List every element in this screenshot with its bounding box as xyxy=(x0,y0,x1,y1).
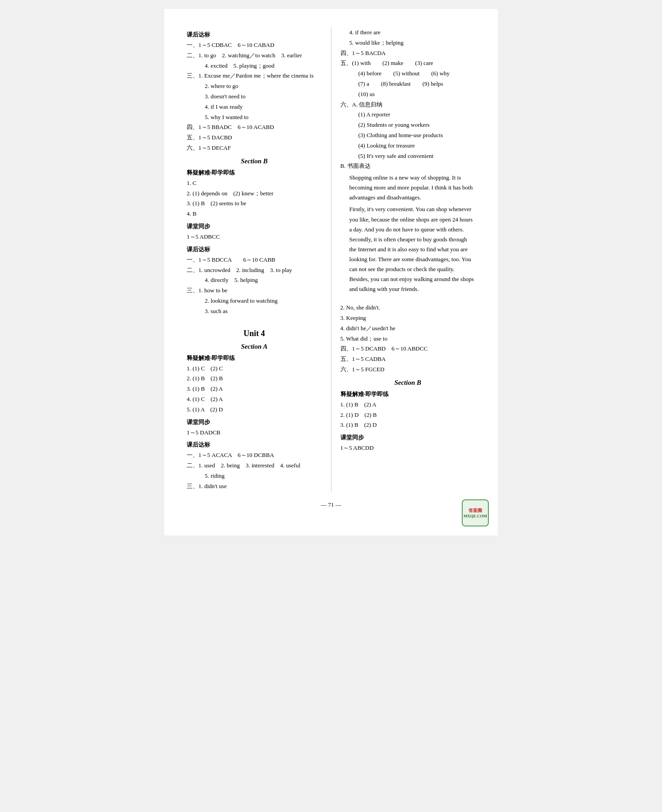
page-number: — 71 — xyxy=(187,501,475,508)
line-r2-l1: 2. No, she didn't. xyxy=(340,303,476,313)
line-b1-l6: 六、1～5 DECAF xyxy=(187,143,322,153)
unit4-header: Unit 4 xyxy=(187,329,322,338)
line-r2-l5: 四、1～5 DCABD 6～10 ABDCC xyxy=(340,344,476,354)
line-b6-l1: 1～5 DADCB xyxy=(187,428,322,438)
essay-paragraph1: Shopping online is a new way of shopping… xyxy=(349,173,476,203)
line-r1-l5a: (1) A reporter xyxy=(359,110,476,120)
line-r1-l1: 4. if there are xyxy=(349,28,476,37)
line-b4-l3b: 2. looking forward to watching xyxy=(205,296,322,306)
block-title-kehoudabiao: 课后达标 xyxy=(187,31,322,39)
watermark-line1: 答案圈 xyxy=(469,508,482,514)
line-b4-l3a: 三、1. how to be xyxy=(187,286,322,295)
line-r2-l4: 5. What did；use to xyxy=(340,334,476,344)
line-r1-l5b: (2) Students or young workers xyxy=(359,120,476,130)
line-r3-l1: 1. (1) B (2) A xyxy=(340,400,476,410)
line-b5-l3: 3. (1) B (2) A xyxy=(187,384,322,394)
block-title-shiyijienan3: 释疑解难·即学即练 xyxy=(340,390,476,398)
line-r2-l3: 4. didn't he／usedn't he xyxy=(340,324,476,333)
line-r1-l4a: 五、(1) with (2) make (3) care xyxy=(340,59,476,68)
line-b3-l1: 1～5 ADBCC xyxy=(187,232,322,242)
line-b4-l2b: 4. directly 5. helping xyxy=(205,276,322,285)
line-r1-l5e: (5) It's very safe and convenient xyxy=(359,152,476,161)
line-b1-l2a: 二、1. to go 2. watching／to watch 3. earli… xyxy=(187,51,322,60)
block-title-ketangtongbu1: 课堂同步 xyxy=(187,222,322,231)
line-b1-l3a: 三、1. Excuse me／Pardon me；where the cinem… xyxy=(187,71,322,81)
line-b5-l4: 4. (1) C (2) A xyxy=(187,395,322,404)
line-b7-l1: 一、1～5 ACACA 6～10 DCBBA xyxy=(187,451,322,460)
line-r1-l4d: (10) us xyxy=(359,90,476,99)
two-column-layout: 课后达标 一、1～5 CDBAC 6～10 CABAD 二、1. to go 2… xyxy=(187,27,475,492)
watermark: 答案圈 MXQE.COM xyxy=(462,499,489,526)
line-b2-l2: 2. (1) depends on (2) knew；better xyxy=(187,189,322,198)
line-b1-l1: 一、1～5 CDBAC 6～10 CABAD xyxy=(187,41,322,50)
line-b1-l3b: 2. where to go xyxy=(205,82,322,91)
line-r1-l4b: (4) before (5) without (6) why xyxy=(359,69,476,78)
line-b1-l3d: 4. if I was ready xyxy=(205,102,322,112)
line-r1-l2: 5. would like；helping xyxy=(349,38,476,48)
left-column: 课后达标 一、1～5 CDBAC 6～10 CABAD 二、1. to go 2… xyxy=(187,27,331,492)
line-r3-l4: 1～5 ABCDD xyxy=(340,443,476,453)
line-b1-l2b: 4. excited 5. playing；good xyxy=(205,61,322,71)
line-r1-l4c: (7) a (8) breakfast (9) helps xyxy=(359,79,476,89)
line-b2-l3: 3. (1) B (2) seems to be xyxy=(187,199,322,208)
line-b4-l1: 一、1～5 BDCCA 6～10 CABB xyxy=(187,255,322,265)
block-title-shiyijienan: 释疑解难·即学即练 xyxy=(187,169,322,177)
line-b4-l2a: 二、1. uncrowded 2. including 3. to play xyxy=(187,266,322,275)
section-b-title-left: Section B xyxy=(187,157,322,165)
line-r3-l2: 2. (1) D (2) B xyxy=(340,411,476,420)
line-b2-l1: 1. C xyxy=(187,179,322,188)
line-b7-l2a: 二、1. used 2. being 3. interested 4. usef… xyxy=(187,461,322,471)
right-column: 4. if there are 5. would like；helping 四、… xyxy=(331,27,476,492)
line-r1-l6: B. 书面表达 xyxy=(340,161,476,171)
block-title-kehoudabiao3: 课后达标 xyxy=(187,441,322,449)
line-b1-l4: 四、1～5 BBADC 6～10 ACABD xyxy=(187,123,322,132)
block-title-ketangtongbu3: 课堂同步 xyxy=(340,434,476,442)
line-b4-l3c: 3. such as xyxy=(205,307,322,316)
line-r1-l5c: (3) Clothing and home-use products xyxy=(359,131,476,140)
line-b1-l3c: 3. doesn't need to xyxy=(205,92,322,102)
essay-paragraph2: Firstly, it's very convenient. You can s… xyxy=(349,204,476,294)
line-b1-l5: 五、1～5 DACBD xyxy=(187,133,322,143)
line-b5-l5: 5. (1) A (2) D xyxy=(187,405,322,415)
line-r3-l3: 3. (1) B (2) D xyxy=(340,420,476,430)
section-b-title-right: Section B xyxy=(340,379,476,387)
watermark-line2: MXQE.COM xyxy=(464,514,487,518)
line-b2-l4: 4. B xyxy=(187,209,322,219)
section-a-title: Section A xyxy=(187,343,322,351)
line-b7-l2b: 5. riding xyxy=(205,471,322,481)
line-b5-l2: 2. (1) B (2) B xyxy=(187,374,322,383)
line-r2-l7: 六、1～5 FGCED xyxy=(340,365,476,374)
line-b1-l3e: 5. why I wanted to xyxy=(205,113,322,122)
line-r1-l5d: (4) Looking for treasure xyxy=(359,141,476,151)
page: 课后达标 一、1～5 CDBAC 6～10 CABAD 二、1. to go 2… xyxy=(164,9,498,535)
line-r2-l2: 3. Keeping xyxy=(340,314,476,323)
line-r2-l6: 五、1～5 CADBA xyxy=(340,355,476,364)
line-r1-l5: 六、A. 信息归纳 xyxy=(340,100,476,110)
line-b7-l3a: 三、1. didn't use xyxy=(187,482,322,491)
block-title-kehoudabiao2: 课后达标 xyxy=(187,245,322,254)
line-b5-l1: 1. (1) C (2) C xyxy=(187,364,322,374)
block-title-shiyijienan2: 释疑解难·即学即练 xyxy=(187,354,322,362)
line-r1-l3: 四、1～5 BACDA xyxy=(340,49,476,58)
block-title-ketangtongbu2: 课堂同步 xyxy=(187,418,322,426)
